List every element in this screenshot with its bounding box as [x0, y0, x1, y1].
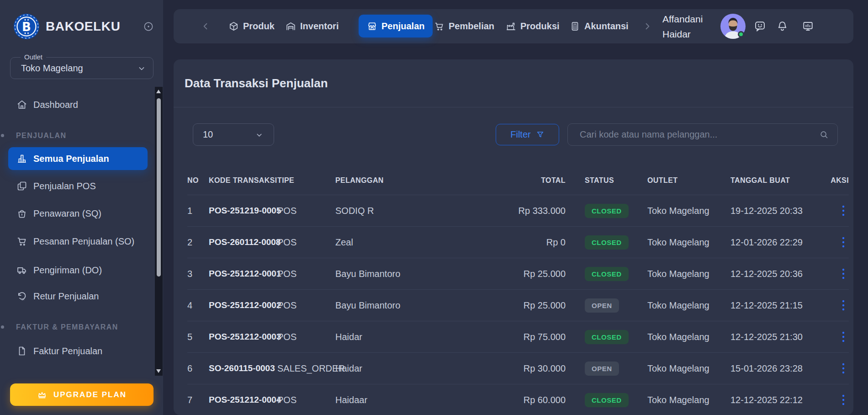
cell-outlet: Toko Magelang: [647, 300, 730, 311]
table-header-row: NOKODE TRANSAKSITIPEPELANGGANTOTALSTATUS…: [187, 166, 849, 195]
topbar-tab-akuntansi[interactable]: Akuntansi: [570, 9, 629, 43]
page-size-select[interactable]: 10: [193, 123, 274, 146]
sidebar-item-dashboard[interactable]: Dashboard: [8, 93, 148, 116]
cell-kode-transaksi: POS-251212-0001: [209, 269, 277, 279]
bell-icon[interactable]: [776, 20, 789, 32]
chevron-right-icon[interactable]: [642, 21, 652, 32]
cell-status: CLOSED: [567, 235, 647, 250]
cell-pelanggan: Bayu Bimantoro: [335, 300, 417, 311]
topbar-tab-pembelian[interactable]: Pembelian: [434, 9, 494, 43]
cell-status: CLOSED: [567, 330, 647, 344]
cell-total: Rp 60.000: [417, 395, 567, 405]
row-actions-kebab-icon[interactable]: [842, 394, 845, 406]
bar-chart-icon: [16, 153, 27, 164]
sidebar-nav: DashboardPENJUALANSemua PenjualanPenjual…: [0, 0, 163, 415]
divider: [174, 107, 853, 107]
cell-total: Rp 75.000: [417, 332, 567, 342]
topbar-tab-label: Akuntansi: [584, 21, 629, 32]
topbar-tab-penjualan[interactable]: Penjualan: [359, 15, 433, 37]
cell-tanggal-buat: 12-12-2025 20:36: [730, 269, 829, 279]
table-row: 3POS-251212-0001POSBayu BimantoroRp 25.0…: [187, 258, 849, 290]
cell-status: CLOSED: [567, 204, 647, 218]
topbar-tab-label: Pembelian: [449, 21, 494, 32]
scrollbar-thumb[interactable]: [157, 98, 161, 277]
content-card: Data Transaksi Penjualan 10 Filter NOKOD…: [174, 59, 853, 415]
cell-status: CLOSED: [567, 267, 647, 281]
sidebar-item-retur-penjualan[interactable]: Retur Penjualan: [8, 285, 148, 308]
column-header: TOTAL: [417, 176, 567, 185]
topbar-tab-produk[interactable]: Produk: [228, 9, 275, 43]
column-header: PELANGGAN: [335, 176, 417, 185]
cell-total: Rp 25.000: [417, 300, 567, 311]
chevron-left-icon[interactable]: [201, 21, 211, 32]
cell-status: OPEN: [567, 362, 647, 376]
cart-icon: [434, 21, 445, 32]
topbar-tab-label: Penjualan: [381, 21, 424, 32]
cell-aksi: [829, 331, 849, 343]
scrollbar-up-arrow[interactable]: [156, 90, 161, 93]
cell-pelanggan: Haidaar: [335, 395, 417, 405]
filter-button[interactable]: Filter: [496, 124, 559, 145]
cell-status: OPEN: [567, 298, 647, 313]
topbar-tab-inventori[interactable]: Inventori: [286, 9, 339, 43]
cell-tanggal-buat: 12-01-2026 22:29: [730, 237, 829, 248]
row-actions-kebab-icon[interactable]: [842, 331, 845, 343]
table-body: 1POS-251219-0005POSSODIQ RRp 333.000CLOS…: [187, 195, 849, 415]
topbar: ProdukInventoriPenjualanPembelianProduks…: [174, 9, 853, 43]
cell-tanggal-buat: 15-01-2026 23:28: [730, 363, 829, 374]
status-badge: OPEN: [585, 298, 619, 313]
column-header: TIPE: [277, 176, 335, 185]
column-header: AKSI: [829, 176, 849, 185]
row-actions-kebab-icon[interactable]: [842, 299, 845, 311]
return-icon: [16, 291, 27, 302]
sidebar-item-penjualan-pos[interactable]: Penjualan POS: [8, 175, 148, 197]
cell-aksi: [829, 205, 849, 217]
sidebar-scrollbar[interactable]: [155, 87, 163, 376]
sidebar-item-label: Faktur Penjualan: [33, 346, 102, 356]
cell-outlet: Toko Magelang: [647, 332, 730, 342]
cell-aksi: [829, 299, 849, 311]
row-actions-kebab-icon[interactable]: [842, 268, 845, 280]
upgrade-plan-button[interactable]: UPGRADE PLAN: [10, 383, 153, 406]
cell-tipe: POS: [277, 269, 335, 279]
sidebar-item-label: Dashboard: [33, 100, 78, 110]
cell-aksi: [829, 236, 849, 248]
cell-pelanggan: Haidar: [335, 363, 417, 374]
upgrade-plan-label: UPGRADE PLAN: [53, 390, 127, 399]
sidebar-section-label: PENJUALAN: [16, 130, 66, 141]
cell-tipe: SALES_ORDER: [277, 363, 335, 374]
search-input[interactable]: [567, 123, 838, 146]
cell-tanggal-buat: 12-12-2025 21:30: [730, 332, 829, 342]
sidebar-item-label: Penjualan POS: [33, 181, 96, 192]
monitor-icon[interactable]: [802, 20, 814, 32]
cell-outlet: Toko Magelang: [647, 206, 730, 216]
user-name[interactable]: Affandani Haidar: [662, 9, 716, 43]
scrollbar-down-arrow[interactable]: [156, 369, 161, 373]
cell-aksi: [829, 394, 849, 406]
funnel-icon: [536, 130, 545, 139]
cell-total: Rp 0: [417, 237, 567, 248]
invoice-icon: [16, 346, 27, 356]
search-icon[interactable]: [819, 130, 829, 139]
search-box: [567, 123, 838, 146]
sidebar-item-label: Semua Penjualan: [33, 154, 109, 164]
table-row: 4POS-251212-0002POSBayu BimantoroRp 25.0…: [187, 290, 849, 321]
cell-tanggal-buat: 19-12-2025 20:33: [730, 206, 829, 216]
row-actions-kebab-icon[interactable]: [842, 362, 845, 374]
status-badge: CLOSED: [585, 330, 629, 344]
topbar-tab-produksi[interactable]: Produksi: [506, 9, 560, 43]
row-actions-kebab-icon[interactable]: [842, 205, 845, 217]
row-actions-kebab-icon[interactable]: [842, 236, 845, 248]
chat-icon[interactable]: [754, 20, 766, 32]
sidebar-item-faktur-penjualan[interactable]: Faktur Penjualan: [8, 340, 148, 362]
section-bullet-icon: [1, 325, 4, 329]
cell-kode-transaksi: POS-251212-0002: [209, 300, 277, 310]
sidebar-item-penawaran-sq[interactable]: Penawaran (SQ): [8, 202, 148, 225]
cell-no: 2: [187, 237, 209, 248]
storefront-icon: [367, 21, 377, 32]
column-header: KODE TRANSAKSI: [209, 176, 277, 185]
cell-pelanggan: Zeal: [335, 237, 417, 248]
sidebar-item-pengiriman-do[interactable]: Pengiriman (DO): [8, 259, 148, 282]
sidebar-item-semua-penjualan[interactable]: Semua Penjualan: [8, 147, 148, 170]
sidebar-item-pesanan-penjualan-so[interactable]: Pesanan Penjualan (SO): [8, 230, 148, 253]
